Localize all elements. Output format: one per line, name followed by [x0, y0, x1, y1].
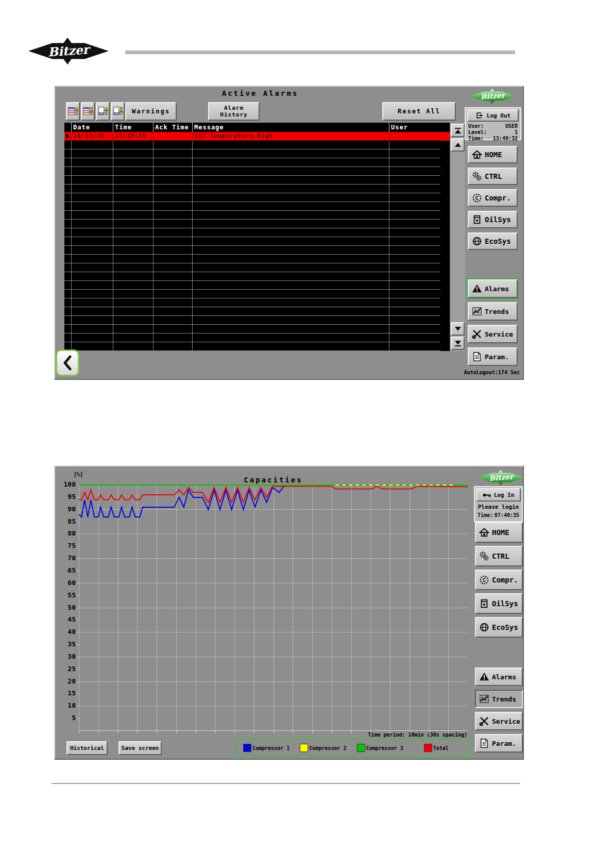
- y-tick-label: 25: [56, 665, 76, 673]
- user-column-header: User: [389, 123, 440, 132]
- empty-alarm-row: [64, 272, 456, 281]
- empty-alarm-row: [64, 290, 456, 298]
- sidebar-item-oilsys[interactable]: OilSys: [468, 211, 518, 228]
- legend-label: Compressor 3: [366, 745, 403, 751]
- sidebar-item-service[interactable]: Service: [475, 712, 523, 730]
- bitzer-sidebar-logo: Bitzer: [466, 88, 519, 105]
- y-tick-label: 40: [56, 628, 76, 636]
- sidebar-item-param[interactable]: Param.: [468, 347, 518, 366]
- y-tick-label: 5: [56, 714, 76, 722]
- page-title: Active Alarms: [55, 89, 465, 97]
- session-time-row: Time: 13:49:32: [466, 136, 520, 142]
- sidebar-item-ctrl[interactable]: CTRL: [468, 168, 518, 185]
- table-down-icon: [82, 106, 94, 117]
- sidebar-item-oilsys[interactable]: OilSys: [475, 593, 523, 614]
- globe-icon: [479, 622, 489, 632]
- empty-alarm-row: [64, 211, 456, 220]
- document-page: Bitzer Active Alarms: [0, 0, 613, 868]
- alarm-row[interactable]: 18/11/2613:48:59Oil Temperature High: [64, 132, 456, 141]
- bitzer-logo: Bitzer: [28, 36, 109, 66]
- sidebar-item-compr[interactable]: C Compr.: [468, 189, 518, 207]
- empty-alarm-row: [64, 158, 456, 167]
- legend-label: Total: [433, 745, 449, 751]
- empty-alarm-row: [64, 149, 456, 158]
- alarm-history-button[interactable]: Alarm History: [208, 102, 260, 121]
- reset-all-button[interactable]: Reset All: [382, 102, 456, 121]
- active-alarms-screenshot: Active Alarms: [54, 86, 524, 380]
- sidebar-item-trends[interactable]: Trends: [468, 302, 518, 321]
- warnings-button[interactable]: Warnings: [125, 102, 177, 121]
- scroll-top-icon: [455, 128, 461, 129]
- y-tick-label: 80: [56, 529, 76, 537]
- login-hint: Please login: [475, 504, 522, 511]
- time-period-label: Time period: 10min (30s spacing): [55, 732, 467, 738]
- y-tick-label: 75: [56, 542, 76, 549]
- scroll-alarm-first-button[interactable]: [66, 102, 80, 121]
- sidebar-item-param[interactable]: Param.: [475, 734, 523, 753]
- svg-text:C: C: [483, 577, 486, 583]
- scroll-up-button[interactable]: [451, 138, 465, 152]
- back-button[interactable]: [56, 349, 79, 376]
- y-tick-label: 50: [56, 604, 76, 611]
- save-screen-button[interactable]: Save screen: [118, 741, 162, 755]
- header-rule: [125, 51, 515, 54]
- empty-alarm-row: [64, 342, 456, 351]
- sidebar-item-service[interactable]: Service: [468, 325, 518, 343]
- empty-alarm-row: [64, 220, 456, 228]
- y-tick-label: 100: [56, 480, 76, 488]
- session-panel: Log In Please login Time: 07:40:35: [474, 486, 523, 522]
- log-out-icon: [475, 111, 484, 120]
- sidebar-item-home[interactable]: HOME: [475, 522, 523, 543]
- page-down-button[interactable]: [111, 102, 125, 121]
- log-out-button[interactable]: Log Out: [467, 109, 519, 122]
- sidebar-item-alarms[interactable]: Alarms: [468, 279, 518, 298]
- legend-item: Total: [424, 744, 449, 752]
- legend-item: Compressor 2: [300, 744, 346, 752]
- sidebar-item-ecosys[interactable]: EcoSys: [475, 617, 523, 638]
- alarm-table-body: 18/11/2613:48:59Oil Temperature High: [64, 132, 456, 351]
- oil-icon: [472, 214, 482, 225]
- historical-button[interactable]: Historical: [66, 741, 108, 755]
- service-tools-icon: [479, 716, 489, 726]
- legend-swatch: [243, 744, 251, 752]
- scroll-up-icon: [455, 143, 461, 147]
- marker-column-header: [64, 123, 72, 132]
- scroll-to-bottom-button[interactable]: [451, 337, 465, 350]
- scroll-bottom-icon: [455, 345, 461, 346]
- alarm-table-scrollbar[interactable]: [450, 123, 465, 351]
- oil-icon: [479, 598, 489, 609]
- autologout-countdown: AutoLogout:174 Sec: [464, 370, 520, 375]
- sidebar-item-trends[interactable]: Trends: [475, 690, 523, 708]
- footer-rule: [52, 783, 520, 784]
- message-column-header: Message: [193, 123, 389, 132]
- y-tick-label: 35: [56, 640, 76, 648]
- sidebar-item-ctrl[interactable]: CTRL: [475, 546, 523, 566]
- legend-item: Compressor 3: [357, 744, 403, 752]
- bitzer-sidebar-logo: Bitzer: [478, 469, 525, 486]
- scroll-alarm-last-button[interactable]: [81, 102, 95, 121]
- y-tick-label: 55: [56, 591, 76, 599]
- scroll-down-button[interactable]: [451, 322, 465, 336]
- scroll-down-icon: [455, 327, 461, 331]
- sidebar-item-ecosys[interactable]: EcoSys: [468, 232, 518, 250]
- y-tick-label: 45: [56, 615, 76, 623]
- time-value: 07:40:35: [495, 512, 519, 519]
- y-tick-label: 30: [56, 653, 76, 660]
- log-in-button[interactable]: Log In: [476, 488, 521, 502]
- sidebar-item-alarms[interactable]: Alarms: [475, 667, 523, 686]
- trend-plot-svg: [79, 485, 468, 734]
- bitzer-logo-text: Bitzer: [47, 42, 91, 60]
- scroll-to-top-button[interactable]: [451, 124, 465, 137]
- legend-label: Compressor 2: [309, 745, 346, 751]
- y-tick-label: 95: [56, 493, 76, 500]
- empty-alarm-row: [64, 237, 456, 246]
- date-column-header: Date: [72, 123, 113, 132]
- page-down-icon: [112, 106, 124, 117]
- sidebar-item-compr[interactable]: C Compr.: [475, 570, 523, 590]
- session-user-row: User: USER: [466, 123, 520, 129]
- back-arrow-icon: [62, 355, 73, 371]
- empty-alarm-row: [64, 307, 456, 316]
- sidebar-item-home[interactable]: HOME: [468, 146, 518, 163]
- page-up-button[interactable]: [96, 102, 110, 121]
- y-tick-label: 20: [56, 677, 76, 685]
